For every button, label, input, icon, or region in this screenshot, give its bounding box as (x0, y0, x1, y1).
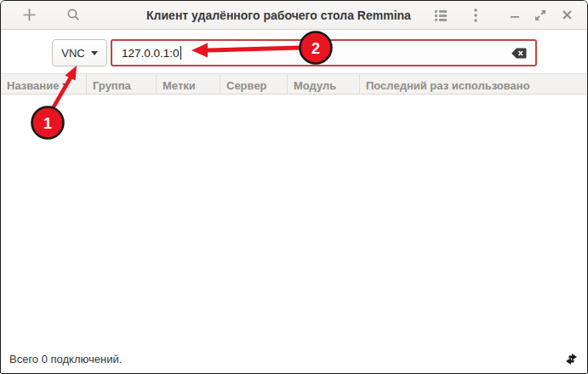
column-header-name[interactable]: Название (1, 74, 87, 94)
column-header-last-used[interactable]: Последний раз использовано (360, 74, 587, 94)
menu-kebab-icon (474, 9, 477, 22)
main-menu-button[interactable] (465, 4, 487, 26)
remmina-window: Клиент удалённого рабочего стола Remmina (0, 0, 588, 374)
column-header-server[interactable]: Сервер (220, 74, 288, 94)
chevron-down-icon (91, 51, 98, 55)
connection-list-header: Название Группа Метки Сервер Модуль Посл… (1, 73, 587, 95)
list-view-icon (434, 9, 448, 21)
view-mode-button[interactable] (430, 4, 452, 26)
text-cursor (180, 46, 181, 60)
search-button[interactable] (62, 4, 84, 26)
column-header-group[interactable]: Группа (87, 74, 157, 94)
close-button[interactable] (556, 4, 578, 26)
connection-list-empty-area[interactable] (1, 95, 587, 344)
new-connection-button[interactable] (18, 4, 40, 26)
titlebar: Клиент удалённого рабочего стола Remmina (1, 1, 587, 30)
statusbar: Всего 0 подключений. (1, 344, 587, 373)
restore-button[interactable] (529, 4, 551, 26)
plus-icon (22, 8, 37, 22)
address-input-value: 127.0.0.1:0 (122, 47, 180, 60)
close-icon (562, 9, 573, 20)
clear-input-button[interactable] (511, 48, 527, 59)
restore-icon (534, 9, 546, 21)
quick-connect-bar: VNC 127.0.0.1:0 (1, 30, 587, 73)
resize-grip-icon (564, 352, 579, 366)
address-input[interactable]: 127.0.0.1:0 (111, 39, 537, 66)
column-header-plugin[interactable]: Модуль (288, 74, 360, 94)
resize-grip[interactable] (564, 352, 579, 366)
sort-descending-icon (62, 83, 69, 87)
clear-icon (511, 48, 527, 59)
column-header-labels[interactable]: Метки (157, 74, 220, 94)
protocol-selector[interactable]: VNC (52, 39, 107, 66)
minimize-button[interactable] (504, 4, 526, 26)
minimize-icon (510, 10, 520, 20)
connections-count-text: Всего 0 подключений. (9, 353, 122, 365)
protocol-selector-value: VNC (61, 47, 84, 60)
search-icon (66, 8, 81, 22)
